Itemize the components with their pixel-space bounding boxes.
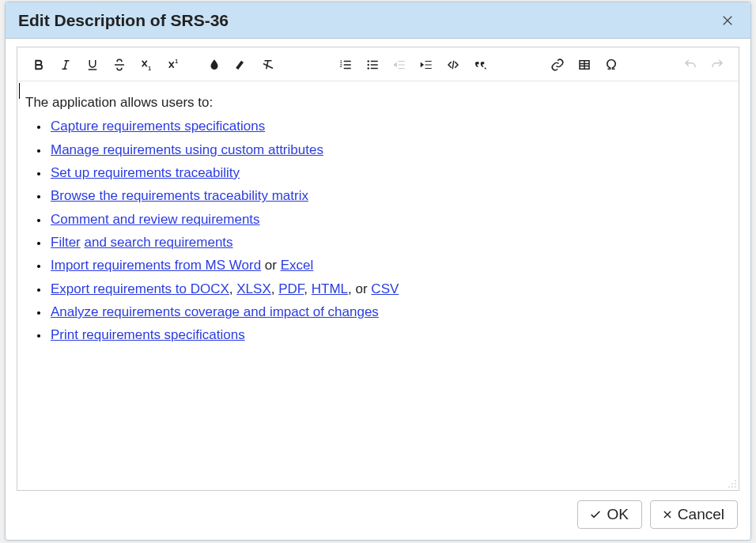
svg-text:1: 1 <box>175 58 178 64</box>
editor-toolbar: 1 1 12 <box>17 47 739 81</box>
indent-button[interactable] <box>413 52 440 77</box>
toolbar-group-insert <box>544 52 625 77</box>
subscript-icon: 1 <box>139 58 153 72</box>
quote-button[interactable] <box>467 52 493 77</box>
content-text: , or <box>348 281 371 296</box>
superscript-button[interactable]: 1 <box>160 52 187 77</box>
intro-paragraph: The application allows users to: <box>25 92 732 113</box>
content-link[interactable]: Manage requirements using custom attribu… <box>51 142 323 157</box>
cancel-button[interactable]: Cancel <box>650 500 738 529</box>
clear-formatting-button[interactable] <box>255 52 282 77</box>
svg-point-6 <box>368 67 369 69</box>
strikethrough-button[interactable] <box>106 52 133 77</box>
content-text: or <box>261 258 281 273</box>
undo-button[interactable] <box>677 52 704 77</box>
highlighter-icon <box>234 58 248 72</box>
list-item: Set up requirements traceability <box>49 163 732 183</box>
list-item: Import requirements from MS Word or Exce… <box>49 255 732 276</box>
content-link[interactable]: Import requirements from MS Word <box>51 258 261 273</box>
clear-format-icon <box>261 58 275 72</box>
toolbar-group-paragraph: 12 <box>332 52 493 77</box>
redo-icon <box>710 58 724 72</box>
ok-button-label: OK <box>607 506 628 523</box>
link-button[interactable] <box>544 52 571 77</box>
content-text: , <box>271 281 278 296</box>
content-link[interactable]: and search requirements <box>85 235 233 250</box>
svg-point-9 <box>731 483 733 485</box>
code-button[interactable] <box>440 52 467 77</box>
x-icon <box>662 509 673 520</box>
table-icon <box>577 58 592 72</box>
omega-icon <box>604 58 618 72</box>
toolbar-group-color <box>201 52 282 77</box>
ink-drop-icon <box>207 58 221 72</box>
edit-description-dialog: Edit Description of SRS-36 <box>5 2 751 541</box>
cancel-button-label: Cancel <box>678 506 724 523</box>
content-link[interactable]: PDF <box>278 281 304 296</box>
italic-icon <box>59 58 73 72</box>
content-link[interactable]: CSV <box>371 281 399 296</box>
text-caret <box>19 83 20 99</box>
content-link[interactable]: Browse the requirements traceability mat… <box>51 188 308 203</box>
content-link[interactable]: XLSX <box>236 281 270 296</box>
subscript-button[interactable]: 1 <box>133 52 160 77</box>
outdent-icon <box>392 58 406 72</box>
ok-button[interactable]: OK <box>577 500 641 529</box>
underline-button[interactable] <box>79 52 106 77</box>
code-icon <box>446 58 460 72</box>
outdent-button[interactable] <box>386 52 413 77</box>
redo-button[interactable] <box>704 52 731 77</box>
table-button[interactable] <box>571 52 598 77</box>
resize-grip-icon[interactable] <box>728 479 737 488</box>
underline-icon <box>85 58 100 72</box>
svg-text:2: 2 <box>340 63 343 68</box>
content-text: , <box>229 281 236 296</box>
content-link[interactable]: Capture requirements specifications <box>51 119 265 134</box>
content-link[interactable]: Excel <box>281 258 314 273</box>
list-item: Filter and search requirements <box>49 232 732 253</box>
close-button[interactable] <box>717 10 738 31</box>
svg-point-4 <box>368 60 369 62</box>
strikethrough-icon <box>112 58 127 72</box>
link-icon <box>550 58 565 72</box>
content-link[interactable]: Export requirements to DOCX <box>51 281 229 296</box>
svg-point-5 <box>368 64 369 66</box>
svg-point-11 <box>728 486 730 488</box>
special-char-button[interactable] <box>598 52 625 77</box>
svg-point-12 <box>731 486 733 488</box>
dialog-footer: OK Cancel <box>6 491 750 540</box>
svg-point-8 <box>735 480 736 481</box>
content-link[interactable]: HTML <box>312 281 348 296</box>
unordered-list-icon <box>365 58 380 72</box>
list-item: Browse the requirements traceability mat… <box>49 186 732 206</box>
list-item: Analyze requirements coverage and impact… <box>49 302 732 322</box>
content-link[interactable]: Filter <box>51 235 81 250</box>
toolbar-group-font-style: 1 1 <box>25 52 187 77</box>
toolbar-group-history <box>677 52 731 77</box>
bold-button[interactable] <box>25 52 52 77</box>
svg-point-13 <box>735 486 736 488</box>
content-link[interactable]: Comment and review requirements <box>51 212 260 227</box>
list-item: Comment and review requirements <box>49 209 732 230</box>
bold-icon <box>32 58 46 72</box>
italic-button[interactable] <box>52 52 79 77</box>
svg-text:1: 1 <box>148 66 151 71</box>
ordered-list-button[interactable]: 12 <box>332 52 359 77</box>
ordered-list-icon: 12 <box>338 58 353 72</box>
content-link[interactable]: Analyze requirements coverage and impact… <box>51 304 379 319</box>
list-item: Print requirements specifications <box>49 325 732 345</box>
text-color-button[interactable] <box>201 52 228 77</box>
dialog-title: Edit Description of SRS-36 <box>18 11 717 30</box>
undo-icon <box>683 58 697 72</box>
indent-icon <box>419 58 433 72</box>
dialog-titlebar: Edit Description of SRS-36 <box>6 2 750 39</box>
highlight-button[interactable] <box>228 52 255 77</box>
editor-content-area[interactable]: The application allows users to: Capture… <box>17 81 739 490</box>
bullet-list: Capture requirements specificationsManag… <box>49 116 732 345</box>
unordered-list-button[interactable] <box>359 52 386 77</box>
content-text: , <box>304 281 311 296</box>
content-link[interactable]: Set up requirements traceability <box>51 165 240 180</box>
quote-icon <box>473 58 487 72</box>
close-icon <box>722 15 733 26</box>
content-link[interactable]: Print requirements specifications <box>51 327 245 342</box>
